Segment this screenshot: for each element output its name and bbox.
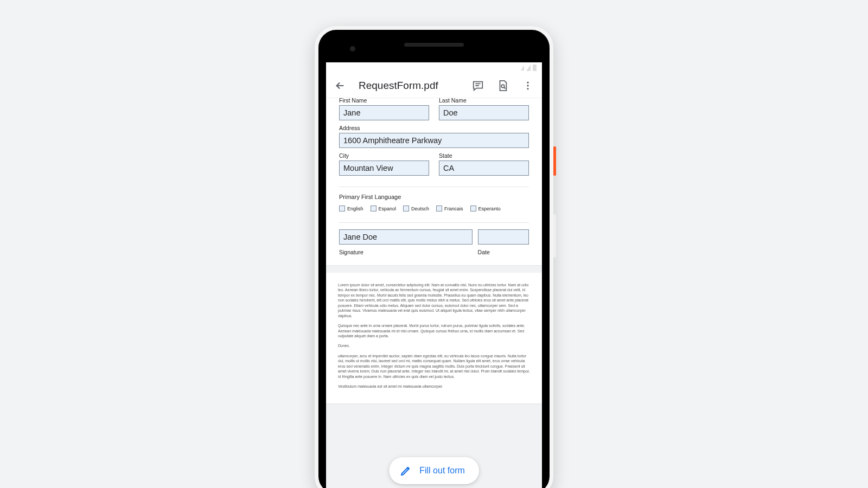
checkbox-esperanto[interactable]: Esperanto — [470, 206, 501, 211]
checkbox-english[interactable]: English — [339, 206, 363, 211]
last-name-input[interactable]: Doe — [439, 105, 529, 120]
cellular-icon — [526, 65, 531, 71]
first-name-input[interactable]: Jane — [339, 105, 429, 120]
find-in-page-icon — [497, 80, 509, 92]
battery-icon — [533, 65, 537, 71]
checkbox-espanol[interactable]: Espanol — [371, 206, 397, 211]
checkbox-icon — [403, 206, 409, 211]
date-label: Date — [478, 249, 529, 255]
body-paragraph: Donec. — [338, 343, 530, 348]
pdf-page-1: First Name Jane Last Name Doe Address 16… — [326, 98, 542, 265]
signature-input[interactable]: Jane Doe — [339, 229, 473, 245]
find-in-page-button[interactable] — [496, 79, 509, 92]
language-section-label: Primary First Language — [339, 194, 529, 200]
body-paragraph: Quisque nec ante in urna ornare placerat… — [338, 323, 530, 338]
address-input[interactable]: 1600 Amphitheatre Parkway — [339, 133, 529, 148]
phone-camera — [350, 46, 355, 52]
checkbox-label: Francais — [444, 206, 463, 211]
checkbox-label: English — [347, 206, 363, 211]
phone-frame: RequestForm.pdf First Name Jane — [315, 26, 553, 488]
checkbox-icon — [436, 206, 442, 211]
more-button[interactable] — [521, 79, 534, 92]
body-paragraph: Vestibulum malesuada est sit amet mi mal… — [338, 384, 530, 389]
fab-label: Fill out form — [419, 466, 465, 476]
svg-point-3 — [527, 88, 528, 89]
back-button[interactable] — [334, 79, 347, 92]
comments-button[interactable] — [471, 79, 484, 92]
phone-volume-button — [553, 214, 556, 258]
checkbox-label: Esperanto — [478, 206, 501, 211]
city-label: City — [339, 152, 429, 159]
section-divider — [339, 222, 529, 223]
city-input[interactable]: Mountan View — [339, 160, 429, 176]
comment-icon — [472, 80, 484, 92]
document-viewport[interactable]: First Name Jane Last Name Doe Address 16… — [326, 98, 542, 488]
phone-speaker — [404, 43, 464, 47]
checkbox-deutsch[interactable]: Deutsch — [403, 206, 429, 211]
checkbox-francais[interactable]: Francais — [436, 206, 463, 211]
section-divider — [339, 187, 529, 187]
first-name-label: First Name — [339, 98, 429, 104]
state-input[interactable]: CA — [439, 160, 529, 176]
date-input[interactable] — [478, 229, 529, 245]
app-bar: RequestForm.pdf — [326, 73, 542, 98]
svg-point-1 — [527, 81, 528, 83]
more-vert-icon — [522, 80, 533, 91]
body-paragraph: Lorem ipsum dolor sit amet, consectetur … — [338, 282, 530, 318]
signature-label: Signature — [339, 249, 473, 255]
svg-point-2 — [527, 85, 528, 86]
phone-screen: RequestForm.pdf First Name Jane — [326, 62, 542, 488]
checkbox-icon — [339, 206, 345, 211]
wifi-icon — [521, 65, 524, 70]
pdf-page-2: Lorem ipsum dolor sit amet, consectetur … — [326, 273, 542, 403]
document-title: RequestForm.pdf — [359, 80, 438, 92]
address-label: Address — [339, 125, 529, 131]
fill-out-form-button[interactable]: Fill out form — [389, 457, 479, 484]
checkbox-icon — [371, 206, 376, 211]
state-label: State — [439, 152, 529, 159]
checkbox-label: Espanol — [379, 206, 397, 211]
phone-power-button — [553, 146, 556, 176]
language-options: English Espanol Deutsch Francais Esperan… — [339, 206, 529, 211]
body-paragraph: ullamcorper, arcu et imperdiet auctor, s… — [338, 354, 530, 379]
last-name-label: Last Name — [439, 98, 529, 104]
status-bar — [326, 62, 542, 73]
checkbox-label: Deutsch — [411, 206, 429, 211]
pencil-icon — [400, 465, 412, 477]
checkbox-icon — [470, 206, 476, 211]
arrow-left-icon — [334, 80, 346, 92]
